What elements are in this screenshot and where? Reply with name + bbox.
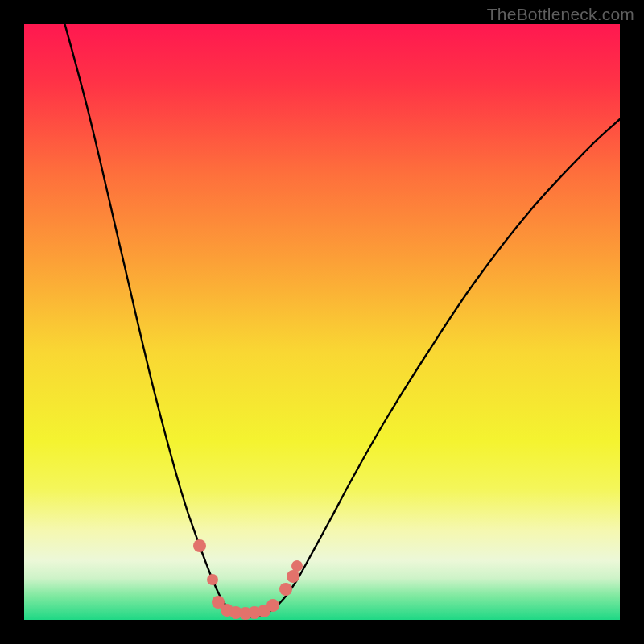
curve-marker: [279, 583, 292, 596]
curve-marker: [287, 570, 299, 583]
outer-frame: TheBottleneck.com: [0, 0, 644, 644]
curve-marker: [266, 599, 279, 612]
curve-marker: [193, 539, 206, 552]
plot-area: [24, 24, 620, 620]
chart-svg: [24, 24, 620, 620]
bottleneck-curve: [60, 24, 620, 617]
curve-marker: [207, 574, 218, 585]
curve-marker: [291, 560, 303, 572]
curve-markers: [193, 539, 303, 620]
watermark-text: TheBottleneck.com: [487, 5, 634, 24]
